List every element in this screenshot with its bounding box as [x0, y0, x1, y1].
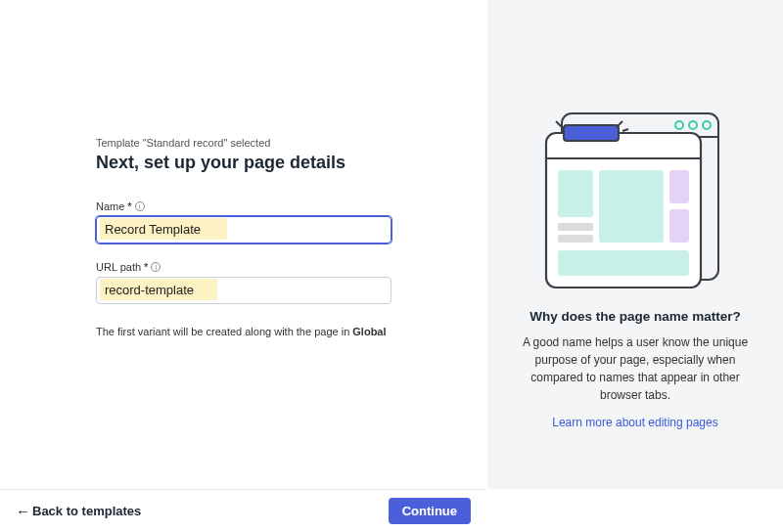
svg-rect-17 — [558, 250, 689, 276]
helper-prefix: The first variant will be created along … — [96, 326, 352, 337]
template-selected-text: Template "Standard record" selected — [96, 137, 392, 149]
name-field-group: Name * i Record Template — [96, 200, 392, 244]
form-panel: Template "Standard record" selected Next… — [0, 0, 487, 489]
learn-more-link[interactable]: Learn more about editing pages — [552, 416, 717, 429]
back-to-templates-button[interactable]: ← Back to templates — [16, 504, 141, 518]
svg-rect-7 — [564, 125, 619, 141]
name-label-text: Name — [96, 200, 124, 212]
info-icon[interactable]: i — [151, 262, 161, 272]
back-label: Back to templates — [32, 504, 141, 518]
svg-rect-16 — [558, 235, 593, 243]
footer-bar: ← Back to templates Continue — [0, 489, 486, 532]
name-input[interactable]: Record Template — [96, 216, 392, 244]
info-title: Why does the page name matter? — [530, 309, 740, 324]
svg-rect-14 — [669, 209, 689, 243]
svg-rect-12 — [599, 170, 664, 243]
svg-rect-11 — [558, 170, 593, 217]
helper-text: The first variant will be created along … — [96, 326, 392, 337]
required-asterisk-icon: * — [144, 261, 148, 273]
browser-illustration-icon — [532, 96, 738, 301]
arrow-left-icon: ← — [16, 504, 30, 518]
name-label: Name * i — [96, 200, 392, 212]
required-asterisk-icon: * — [127, 200, 131, 212]
helper-bold: Global — [352, 326, 386, 337]
urlpath-label: URL path * i — [96, 261, 392, 273]
svg-rect-13 — [669, 170, 689, 203]
info-body: A good name helps a user know the unique… — [515, 333, 756, 404]
info-icon[interactable]: i — [135, 201, 145, 211]
urlpath-label-text: URL path — [96, 261, 141, 273]
continue-button[interactable]: Continue — [389, 498, 471, 524]
svg-rect-15 — [558, 223, 593, 231]
urlpath-field-group: URL path * i record-template — [96, 261, 392, 304]
urlpath-input[interactable]: record-template — [96, 277, 392, 304]
info-panel: Why does the page name matter? A good na… — [487, 0, 783, 489]
page-heading: Next, set up your page details — [96, 153, 392, 173]
